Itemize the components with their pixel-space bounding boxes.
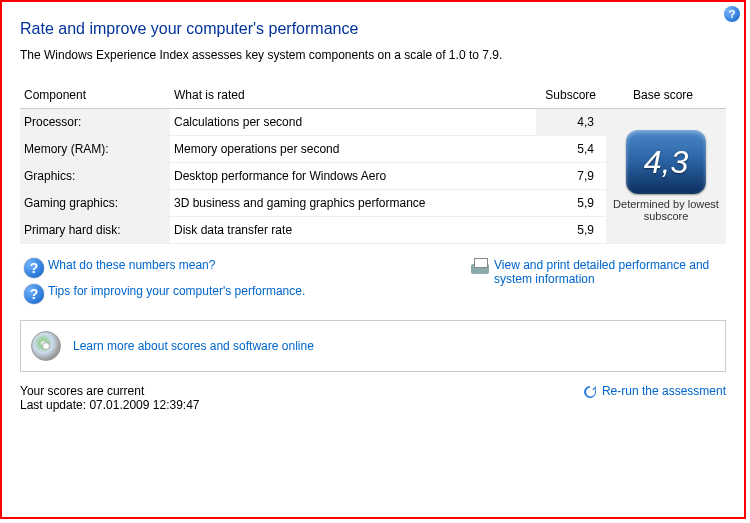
base-score-cell: 4,3 Determined by lowest subscore <box>606 109 726 244</box>
links-right: View and print detailed performance and … <box>466 252 726 310</box>
component-cell: Processor: <box>20 109 170 136</box>
scores-table: Component What is rated Subscore Base sc… <box>20 82 726 244</box>
tips-link[interactable]: Tips for improving your computer's perfo… <box>48 284 305 298</box>
page-title: Rate and improve your computer's perform… <box>20 20 726 38</box>
rated-cell: 3D business and gaming graphics performa… <box>170 190 536 217</box>
rated-cell: Desktop performance for Windows Aero <box>170 163 536 190</box>
links-left: ? What do these numbers mean? ? Tips for… <box>20 252 466 310</box>
col-rated: What is rated <box>170 82 536 109</box>
learn-more-box: Learn more about scores and software onl… <box>20 320 726 372</box>
view-print-link[interactable]: View and print detailed performance and … <box>494 258 726 286</box>
rated-cell: Memory operations per second <box>170 136 536 163</box>
rated-cell: Calculations per second <box>170 109 536 136</box>
intro-text: The Windows Experience Index assesses ke… <box>20 48 726 62</box>
component-cell: Memory (RAM): <box>20 136 170 163</box>
rerun-link[interactable]: Re-run the assessment <box>602 384 726 398</box>
performance-window: ? Rate and improve your computer's perfo… <box>0 0 746 519</box>
scores-current-text: Your scores are current <box>20 384 200 398</box>
subscore-cell: 4,3 <box>536 109 606 136</box>
col-subscore: Subscore <box>536 82 606 109</box>
col-component: Component <box>20 82 170 109</box>
subscore-cell: 5,4 <box>536 136 606 163</box>
help-icon[interactable]: ? <box>724 6 740 22</box>
links-row: ? What do these numbers mean? ? Tips for… <box>20 252 726 310</box>
subscore-cell: 5,9 <box>536 217 606 244</box>
link-item: ? Tips for improving your computer's per… <box>20 284 466 304</box>
printer-icon <box>466 258 494 281</box>
learn-more-link[interactable]: Learn more about scores and software onl… <box>73 339 314 353</box>
question-icon: ? <box>20 284 48 304</box>
status-block: Your scores are current Last update: 07.… <box>20 384 200 412</box>
link-item: ? What do these numbers mean? <box>20 258 466 278</box>
rated-cell: Disk data transfer rate <box>170 217 536 244</box>
refresh-icon <box>582 384 598 400</box>
bottom-row: Your scores are current Last update: 07.… <box>20 384 726 412</box>
cd-icon <box>31 331 61 361</box>
last-update-text: Last update: 07.01.2009 12:39:47 <box>20 398 200 412</box>
col-basescore: Base score <box>606 82 726 109</box>
base-score-badge: 4,3 <box>626 130 706 194</box>
component-cell: Primary hard disk: <box>20 217 170 244</box>
component-cell: Graphics: <box>20 163 170 190</box>
link-item: View and print detailed performance and … <box>466 258 726 286</box>
subscore-cell: 7,9 <box>536 163 606 190</box>
rerun-block: Re-run the assessment <box>582 384 726 400</box>
base-score-caption: Determined by lowest subscore <box>610 198 722 222</box>
subscore-cell: 5,9 <box>536 190 606 217</box>
question-icon: ? <box>20 258 48 278</box>
what-numbers-link[interactable]: What do these numbers mean? <box>48 258 215 272</box>
table-row: Processor: Calculations per second 4,3 4… <box>20 109 726 136</box>
component-cell: Gaming graphics: <box>20 190 170 217</box>
